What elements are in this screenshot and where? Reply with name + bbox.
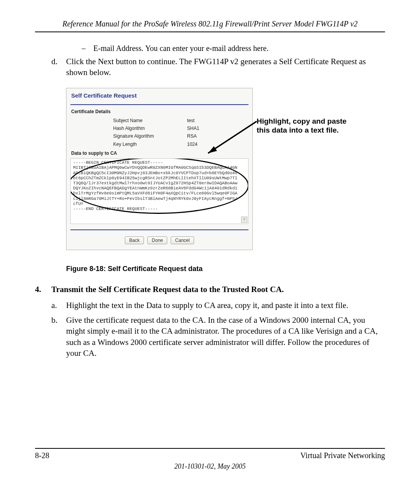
- scroll-down-icon[interactable]: v: [241, 217, 247, 223]
- step4-a-letter: a.: [51, 300, 66, 311]
- doc-id: 201-10301-02, May 2005: [35, 462, 385, 471]
- row-subject: Subject Name test: [113, 117, 248, 124]
- panel-title: Self Certificate Request: [71, 92, 248, 99]
- done-button[interactable]: Done: [147, 236, 167, 244]
- button-row: Back Done Cancel: [70, 236, 248, 244]
- row-hash: Hash Algorithm SHA1: [113, 124, 248, 132]
- key-len-value: 1024: [187, 140, 248, 148]
- list-item-d: d. Click the Next button to continue. Th…: [35, 56, 385, 78]
- sig-alg-label: Signature Algorithm: [113, 132, 187, 140]
- running-head: Reference Manual for the ProSafe Wireles…: [35, 19, 385, 28]
- cancel-button[interactable]: Cancel: [171, 236, 194, 244]
- subject-name-value: test: [187, 117, 248, 124]
- self-cert-panel: Self Certificate Request Certificate Det…: [66, 88, 253, 250]
- step4-b-letter: b.: [51, 315, 66, 359]
- step4-b: b. Give the certificate request data to …: [35, 315, 385, 359]
- footer-row: 8-28 Virtual Private Networking: [35, 451, 385, 460]
- csr-text: -----BEGIN CERTIFICATE REQUEST----- MIIB…: [73, 160, 237, 211]
- hash-alg-label: Hash Algorithm: [113, 124, 187, 132]
- data-to-supply-label: Data to supply to CA: [71, 150, 248, 156]
- back-button[interactable]: Back: [125, 236, 144, 244]
- figure-caption: Figure 8-18: Self Certificate Request da…: [66, 265, 385, 273]
- item-d-text: Click the Next button to continue. The F…: [66, 56, 385, 78]
- step4-title: Transmit the Self Certificate Request da…: [51, 285, 284, 294]
- page-number: 8-28: [35, 451, 49, 460]
- csr-textarea[interactable]: -----BEGIN CERTIFICATE REQUEST----- MIIB…: [70, 158, 248, 224]
- step4-number: 4.: [35, 285, 51, 294]
- sig-alg-value: RSA: [187, 132, 248, 140]
- panel-rule: [70, 104, 248, 105]
- item-d-letter: d.: [51, 56, 66, 78]
- row-keylen: Key Length 1024: [113, 140, 248, 148]
- row-sig: Signature Algorithm RSA: [113, 132, 248, 140]
- footer-rule: [35, 448, 385, 449]
- step4-a-text: Highlight the text in the Data to supply…: [66, 300, 385, 311]
- step4-b-text: Give the certificate request data to the…: [66, 315, 385, 359]
- figure-area: Self Certificate Request Certificate Det…: [35, 88, 385, 255]
- email-bullet-text: E-mail Address. You can enter your e-mai…: [93, 44, 268, 53]
- key-len-label: Key Length: [113, 140, 187, 148]
- dash-icon: –: [82, 44, 93, 53]
- email-bullet-row: – E-mail Address. You can enter your e-m…: [35, 44, 385, 53]
- panel-rule-2: [70, 229, 248, 230]
- hash-alg-value: SHA1: [187, 124, 248, 132]
- subject-name-label: Subject Name: [113, 117, 187, 124]
- callout-text: Highlight, copy and paste this data into…: [257, 117, 358, 135]
- step4-a: a. Highlight the text in the Data to sup…: [35, 300, 385, 311]
- certificate-details-label: Certificate Details: [71, 109, 248, 114]
- footer-section: Virtual Private Networking: [300, 451, 385, 460]
- step-4: 4. Transmit the Self Certificate Request…: [35, 285, 385, 294]
- header-rule: [35, 32, 385, 32]
